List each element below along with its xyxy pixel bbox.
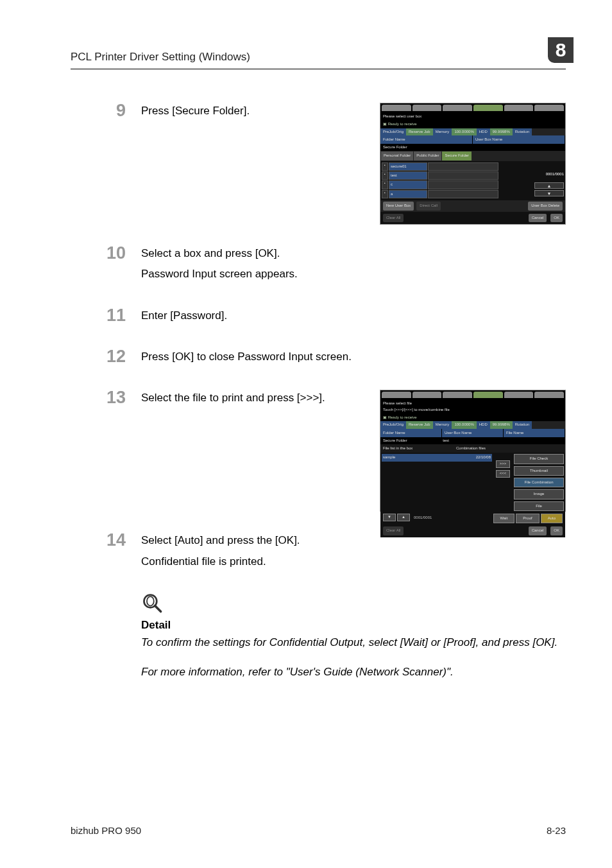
image-button: Image xyxy=(514,489,564,499)
cancel-button: Cancel xyxy=(529,214,547,222)
row-folder: test xyxy=(389,171,427,180)
move-left-button: <<< xyxy=(496,470,510,478)
tab-copy xyxy=(382,105,411,111)
col-folder: Folder Name xyxy=(380,135,473,144)
printer-icon: ▣ xyxy=(383,122,388,126)
page-header: PCL Printer Driver Setting (Windows) 8 xyxy=(71,39,566,69)
meter-memory: Memory xyxy=(433,421,452,428)
subtab-personal: Personal Folder xyxy=(381,152,413,160)
tab-recall xyxy=(473,392,503,398)
page-count: 0001/0001 xyxy=(411,514,434,523)
meter-hdd: HDD xyxy=(477,421,490,428)
row-user xyxy=(428,190,498,198)
folder-label: Secure Folder xyxy=(383,438,443,444)
lock-icon: ▪ xyxy=(382,162,388,171)
tab-joblist xyxy=(504,392,534,398)
header-title: PCL Printer Driver Setting (Windows) xyxy=(71,51,250,64)
subtab-secure: Secure Folder xyxy=(442,152,472,160)
meter-memval: 100.0000% xyxy=(452,421,476,428)
new-user-box-button: New User Box xyxy=(383,202,414,210)
file-combination-label: File Combination xyxy=(514,478,564,487)
tab-machine xyxy=(534,105,564,111)
clear-all-button: Clear All xyxy=(383,214,404,222)
shot-banner: Please select user box xyxy=(380,112,565,121)
shot-status: Ready to receive xyxy=(388,122,417,126)
file-button: File xyxy=(514,501,564,511)
tab-store xyxy=(443,392,472,398)
thumbnail-button: Thumbnail xyxy=(514,466,564,476)
row-folder: secure01 xyxy=(389,162,427,171)
file-list-header: File list in the box xyxy=(383,446,437,451)
up-arrow-icon: ▲ xyxy=(397,514,410,521)
step-number: 13 xyxy=(71,387,141,512)
lock-icon: ▪ xyxy=(382,171,388,180)
step-number: 10 xyxy=(71,243,141,287)
list-row: ▪c xyxy=(382,180,532,189)
down-arrow-icon: ▼ xyxy=(534,190,564,196)
tab-copy xyxy=(382,392,411,398)
shot-banner-l1: Please select file xyxy=(383,401,563,406)
meter-memval: 100.0000% xyxy=(452,128,476,135)
tab-machine xyxy=(534,392,564,398)
detail-text: To confirm the settings for Confidential… xyxy=(141,634,566,651)
combination-files-header: Combination files xyxy=(456,446,510,451)
ok-button: OK xyxy=(550,214,563,222)
detail-text: For more information, refer to "User's G… xyxy=(141,664,566,681)
tab-scan xyxy=(412,392,442,398)
row-user xyxy=(428,171,498,180)
move-right-button: >>> xyxy=(496,460,510,468)
tab-recall xyxy=(473,105,503,111)
list-row: ▪a xyxy=(382,190,532,198)
list-row: ▪secure01 xyxy=(382,162,532,171)
proof-button: Proof xyxy=(516,514,539,523)
row-user xyxy=(428,180,498,189)
meter-reserve: Reserve Job xyxy=(406,421,433,428)
meter-memory: Memory xyxy=(433,128,452,135)
page-footer: bizhub PRO 950 8-23 xyxy=(71,819,566,836)
userbox-value: test xyxy=(443,438,502,444)
col-file: File Name xyxy=(504,429,565,437)
chapter-badge: 8 xyxy=(548,37,574,63)
meter-rot: Rotation xyxy=(513,421,532,428)
detail-heading: Detail xyxy=(141,619,566,632)
step-number: 11 xyxy=(71,305,141,328)
file-row-date: 22/10/08 xyxy=(475,454,492,461)
wait-button: Wait xyxy=(493,514,515,523)
chapter-badge-num: 8 xyxy=(556,39,566,61)
shot-banner-l2: Touch [>>>]/[<<<] to move/combine file xyxy=(383,407,563,413)
step-text: Enter [Password]. xyxy=(141,308,566,324)
meter-hddval: 99.9998% xyxy=(490,128,513,135)
subtab-public: Public Folder xyxy=(414,152,441,160)
tab-store xyxy=(443,105,472,111)
svg-line-2 xyxy=(155,606,161,612)
device-screenshot-2: Please select file Touch [>>>]/[<<<] to … xyxy=(380,390,566,512)
row-user xyxy=(428,162,498,171)
row-folder: c xyxy=(389,180,427,189)
lock-icon: ▪ xyxy=(382,180,388,189)
folder-label: Secure Folder xyxy=(380,144,565,151)
meter-hddval: 99.9998% xyxy=(490,421,513,428)
col-folder: Folder Name xyxy=(380,429,442,437)
col-user: User Box Name xyxy=(473,135,565,144)
file-row-name: sample xyxy=(382,454,475,461)
row-folder: a xyxy=(389,190,427,198)
step-text: Confidential file is printed. xyxy=(141,553,566,570)
auto-button: Auto xyxy=(541,514,563,523)
file-check-button: File Check xyxy=(514,454,564,464)
step-text: Select [Auto] and press the [OK]. xyxy=(141,532,566,549)
step-number: 9 xyxy=(71,100,141,225)
step-text: Press [Secure Folder]. xyxy=(141,103,367,119)
step-text: Select a box and press [OK]. xyxy=(141,245,566,262)
meter-rot: Rotation xyxy=(513,128,532,135)
page-count: 0001/0001 xyxy=(534,171,564,177)
meter-prejob: PreJob/Orig xyxy=(380,421,406,428)
printer-icon: ▣ xyxy=(383,415,388,419)
step-number: 14 xyxy=(71,530,141,574)
tab-scan xyxy=(412,105,442,111)
lock-icon: ▪ xyxy=(382,190,388,198)
col-user: User Box Name xyxy=(442,429,504,437)
user-box-delete-button: User Box Delete xyxy=(528,202,563,210)
direct-call-button: Direct Call xyxy=(416,202,441,210)
list-row: ▪test xyxy=(382,171,532,180)
tab-joblist xyxy=(504,105,534,111)
